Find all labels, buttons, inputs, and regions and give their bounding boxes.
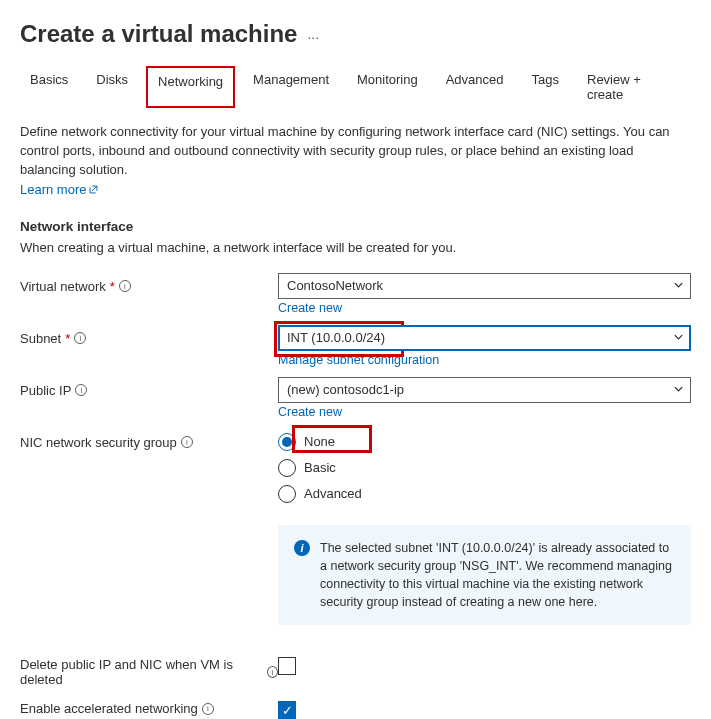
page-title: Create a virtual machine bbox=[20, 20, 297, 48]
subnet-value: INT (10.0.0.0/24) bbox=[287, 330, 385, 345]
tab-advanced[interactable]: Advanced bbox=[436, 66, 514, 108]
delete-checkbox[interactable] bbox=[278, 657, 296, 675]
nsg-label: NIC network security group bbox=[20, 435, 177, 450]
subnet-label: Subnet bbox=[20, 331, 61, 346]
tab-bar: Basics Disks Networking Management Monit… bbox=[20, 66, 691, 109]
radio-icon bbox=[278, 433, 296, 451]
tab-tags[interactable]: Tags bbox=[522, 66, 569, 108]
learn-more-label: Learn more bbox=[20, 182, 86, 197]
nsg-radio-none[interactable]: None bbox=[278, 433, 691, 451]
learn-more-link[interactable]: Learn more bbox=[20, 182, 99, 197]
row-delete-ip-nic: Delete public IP and NIC when VM is dele… bbox=[20, 657, 691, 687]
publicip-create-new-link[interactable]: Create new bbox=[278, 405, 342, 419]
required-indicator: * bbox=[110, 279, 115, 294]
info-icon[interactable]: i bbox=[202, 703, 214, 715]
vnet-create-new-link[interactable]: Create new bbox=[278, 301, 342, 315]
nsg-basic-label: Basic bbox=[304, 460, 336, 475]
required-indicator: * bbox=[65, 331, 70, 346]
section-title: Network interface bbox=[20, 219, 691, 234]
tab-monitoring[interactable]: Monitoring bbox=[347, 66, 428, 108]
nsg-advanced-label: Advanced bbox=[304, 486, 362, 501]
info-icon[interactable]: i bbox=[181, 436, 193, 448]
more-button[interactable]: ··· bbox=[307, 23, 319, 45]
tab-review-create[interactable]: Review + create bbox=[577, 66, 683, 108]
accel-checkbox[interactable]: ✓ bbox=[278, 701, 296, 719]
radio-icon bbox=[278, 485, 296, 503]
vnet-select[interactable]: ContosoNetwork bbox=[278, 273, 691, 299]
info-icon[interactable]: i bbox=[267, 666, 278, 678]
publicip-value: (new) contosodc1-ip bbox=[287, 382, 404, 397]
accel-label: Enable accelerated networking bbox=[20, 701, 198, 716]
chevron-down-icon bbox=[673, 382, 684, 397]
info-icon[interactable]: i bbox=[75, 384, 87, 396]
vnet-value: ContosoNetwork bbox=[287, 278, 383, 293]
row-public-ip: Public IP i (new) contosodc1-ip Create n… bbox=[20, 377, 691, 419]
row-infobox: i The selected subnet 'INT (10.0.0.0/24)… bbox=[20, 513, 691, 648]
chevron-down-icon bbox=[673, 330, 684, 345]
section-subtitle: When creating a virtual machine, a netwo… bbox=[20, 240, 691, 255]
tab-management[interactable]: Management bbox=[243, 66, 339, 108]
nsg-radio-advanced[interactable]: Advanced bbox=[278, 485, 691, 503]
radio-icon bbox=[278, 459, 296, 477]
page-header: Create a virtual machine ··· bbox=[20, 20, 691, 48]
publicip-label: Public IP bbox=[20, 383, 71, 398]
nsg-none-label: None bbox=[304, 434, 335, 449]
nsg-radio-basic[interactable]: Basic bbox=[278, 459, 691, 477]
info-box: i The selected subnet 'INT (10.0.0.0/24)… bbox=[278, 525, 691, 626]
tab-networking[interactable]: Networking bbox=[146, 66, 235, 108]
vnet-label: Virtual network bbox=[20, 279, 106, 294]
nsg-radio-group: None Basic Advanced bbox=[278, 429, 691, 503]
chevron-down-icon bbox=[673, 278, 684, 293]
tab-description: Define network connectivity for your vir… bbox=[20, 123, 691, 180]
info-icon[interactable]: i bbox=[74, 332, 86, 344]
row-accelerated-networking: Enable accelerated networking i ✓ bbox=[20, 701, 691, 719]
delete-label: Delete public IP and NIC when VM is dele… bbox=[20, 657, 263, 687]
info-icon: i bbox=[294, 540, 310, 556]
tab-basics[interactable]: Basics bbox=[20, 66, 78, 108]
tab-disks[interactable]: Disks bbox=[86, 66, 138, 108]
row-subnet: Subnet * i INT (10.0.0.0/24) Manage subn… bbox=[20, 325, 691, 367]
info-icon[interactable]: i bbox=[119, 280, 131, 292]
subnet-select[interactable]: INT (10.0.0.0/24) bbox=[278, 325, 691, 351]
external-link-icon bbox=[88, 184, 99, 195]
publicip-select[interactable]: (new) contosodc1-ip bbox=[278, 377, 691, 403]
infobox-text: The selected subnet 'INT (10.0.0.0/24)' … bbox=[320, 539, 675, 612]
row-virtual-network: Virtual network * i ContosoNetwork Creat… bbox=[20, 273, 691, 315]
row-nsg: NIC network security group i None Basic … bbox=[20, 429, 691, 503]
subnet-manage-link[interactable]: Manage subnet configuration bbox=[278, 353, 439, 367]
